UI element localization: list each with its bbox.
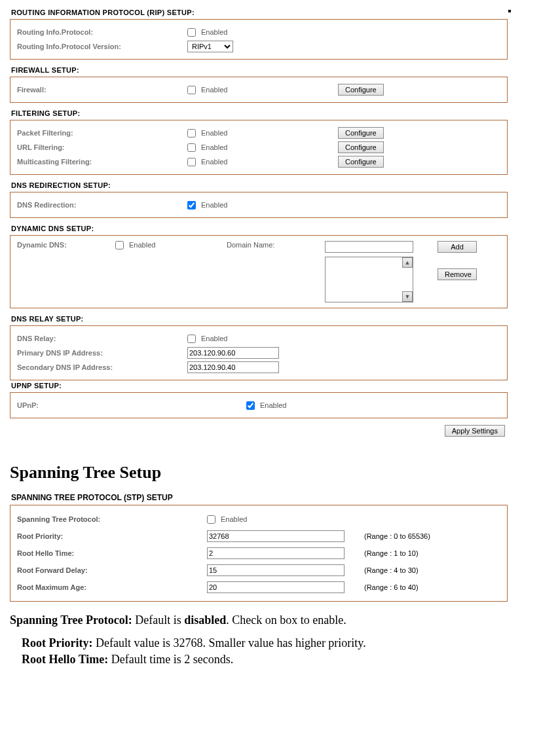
rip-proto-label: Routing Info.Protocol: xyxy=(17,28,187,36)
url-configure-button[interactable]: Configure xyxy=(338,141,384,153)
domain-name-input[interactable] xyxy=(325,241,413,253)
root-max-range: (Range : 6 to 40) xyxy=(364,583,419,591)
dnsrelay-section-title: DNS RELAY SETUP: xyxy=(11,315,508,323)
doc-body: Spanning Tree Protocol: Default is disab… xyxy=(10,613,508,666)
dnsredir-checkbox[interactable] xyxy=(187,201,196,210)
remove-button[interactable]: Remove xyxy=(438,268,477,280)
dnsredir-enabled-text: Enabled xyxy=(201,201,227,209)
dnsredir-panel: DNS Redirection: Enabled xyxy=(10,192,508,218)
dnsredir-label: DNS Redirection: xyxy=(17,201,187,209)
dnsrelay-enabled-text: Enabled xyxy=(201,335,227,342)
secondary-dns-input[interactable] xyxy=(187,361,279,373)
rip-version-select[interactable]: RIPv1 xyxy=(187,41,233,52)
root-fwd-range: (Range : 4 to 30) xyxy=(364,566,419,574)
packet-filtering-label: Packet Filtering: xyxy=(17,129,187,137)
stp-panel: Spanning Tree Protocol: Enabled Root Pri… xyxy=(10,505,508,602)
primary-dns-input[interactable] xyxy=(187,347,279,359)
scroll-up-icon[interactable]: ▲ xyxy=(402,257,413,268)
rip-panel: Routing Info.Protocol: Enabled Routing I… xyxy=(10,19,508,60)
page-corner-mark xyxy=(508,10,511,12)
url-filtering-checkbox[interactable] xyxy=(187,143,196,152)
apply-settings-button[interactable]: Apply Settings xyxy=(445,425,505,437)
scroll-down-icon[interactable]: ▼ xyxy=(402,291,413,302)
ddns-section-title: DYNAMIC DNS SETUP: xyxy=(11,225,508,232)
spanning-tree-heading: Spanning Tree Setup xyxy=(10,463,508,483)
upnp-label: UPnP: xyxy=(17,401,246,409)
doc-l1-b: Default is xyxy=(135,613,184,627)
doc-l1-c: disabled xyxy=(184,613,226,627)
filtering-section-title: FILTERING SETUP: xyxy=(11,109,508,117)
upnp-section-title: UPNP SETUP: xyxy=(11,382,508,390)
dnsredir-section-title: DNS REDIRECTION SETUP: xyxy=(11,181,508,189)
upnp-enabled-text: Enabled xyxy=(260,401,286,409)
doc-l3-b: Default time is 2 seconds. xyxy=(111,653,233,666)
root-fwd-label: Root Forward Delay: xyxy=(17,566,207,574)
add-button[interactable]: Add xyxy=(438,241,477,253)
stp-proto-label: Spanning Tree Protocol: xyxy=(17,515,207,523)
ddns-label: Dynamic DNS: xyxy=(17,241,115,302)
firewall-label: Firewall: xyxy=(17,86,187,94)
upnp-checkbox[interactable] xyxy=(246,401,255,410)
rip-enabled-checkbox[interactable] xyxy=(187,28,196,37)
doc-l1-d: . Check on box to enable. xyxy=(226,613,346,627)
firewall-configure-button[interactable]: Configure xyxy=(338,84,384,96)
doc-line-1: Spanning Tree Protocol: Default is disab… xyxy=(10,613,508,627)
root-hello-label: Root Hello Time: xyxy=(17,549,207,557)
packet-enabled-text: Enabled xyxy=(201,129,227,137)
multicast-filtering-checkbox[interactable] xyxy=(187,158,196,166)
root-priority-input[interactable] xyxy=(207,530,345,542)
stp-enabled-checkbox[interactable] xyxy=(207,515,215,524)
doc-line-3: Root Hello Time: Default time is 2 secon… xyxy=(22,653,508,666)
stp-section-title: SPANNING TREE PROTOCOL (STP) SETUP xyxy=(11,493,508,502)
root-max-label: Root Maximum Age: xyxy=(17,583,207,591)
firewall-enabled-checkbox[interactable] xyxy=(187,86,196,94)
dnsrelay-checkbox[interactable] xyxy=(187,335,196,343)
secondary-dns-label: Secondary DNS IP Address: xyxy=(17,363,187,371)
doc-l2-a: Root Priority: xyxy=(22,636,96,649)
doc-l3-a: Root Hello Time: xyxy=(22,653,111,666)
dnsrelay-label: DNS Relay: xyxy=(17,335,187,342)
doc-l1-bold: Spanning Tree Protocol: xyxy=(10,613,135,627)
ddns-enabled-text: Enabled xyxy=(129,241,155,249)
url-enabled-text: Enabled xyxy=(201,143,227,151)
root-fwd-input[interactable] xyxy=(207,564,345,576)
packet-configure-button[interactable]: Configure xyxy=(338,127,384,139)
firewall-panel: Firewall: Enabled Configure xyxy=(10,77,508,103)
rip-section-title: ROUTING INFORMATION PROTOCOL (RIP) SETUP… xyxy=(11,9,508,16)
dnsrelay-panel: DNS Relay: Enabled Primary DNS IP Addres… xyxy=(10,325,508,380)
url-filtering-label: URL Filtering: xyxy=(17,143,187,151)
domain-list[interactable]: ▲ ▼ xyxy=(325,257,413,302)
filtering-panel: Packet Filtering: Enabled Configure URL … xyxy=(10,120,508,175)
stp-enabled-text: Enabled xyxy=(221,515,247,523)
rip-version-label: Routing Info.Protocol Version: xyxy=(17,43,187,50)
root-hello-range: (Range : 1 to 10) xyxy=(364,549,419,557)
multicast-configure-button[interactable]: Configure xyxy=(338,156,384,168)
upnp-panel: UPnP: Enabled xyxy=(10,392,508,418)
doc-l2-b: Default value is 32768. Smaller value ha… xyxy=(96,636,366,649)
ddns-checkbox[interactable] xyxy=(115,241,124,249)
doc-line-2: Root Priority: Default value is 32768. S… xyxy=(22,636,508,650)
rip-enabled-text: Enabled xyxy=(201,28,227,36)
multicast-filtering-label: Multicasting Filtering: xyxy=(17,158,187,166)
domain-name-label: Domain Name: xyxy=(227,241,325,302)
root-priority-range: (Range : 0 to 65536) xyxy=(364,532,430,540)
root-priority-label: Root Priority: xyxy=(17,532,207,540)
firewall-section-title: FIREWALL SETUP: xyxy=(11,66,508,74)
firewall-enabled-text: Enabled xyxy=(201,86,227,94)
multicast-enabled-text: Enabled xyxy=(201,158,227,166)
root-max-input[interactable] xyxy=(207,581,345,593)
ddns-panel: Dynamic DNS: Enabled Domain Name: ▲ ▼ Ad… xyxy=(10,235,508,308)
packet-filtering-checkbox[interactable] xyxy=(187,129,196,137)
primary-dns-label: Primary DNS IP Address: xyxy=(17,349,187,357)
root-hello-input[interactable] xyxy=(207,547,345,559)
